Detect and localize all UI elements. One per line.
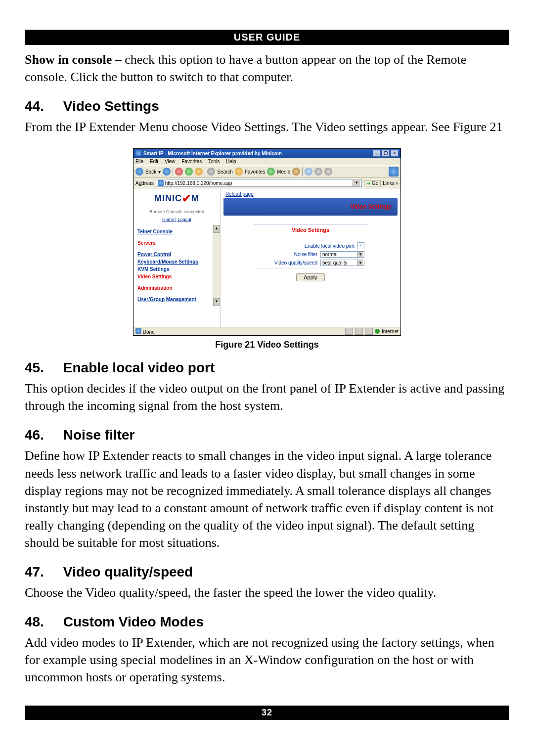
menu-tools[interactable]: Tools — [208, 159, 220, 164]
sidebar: MINIC✔M Remote Console connected Home | … — [134, 188, 221, 327]
sidebar-item-telnet[interactable]: Telnet Console — [137, 228, 218, 235]
intro-paragraph: Show in console – check this option to h… — [25, 51, 509, 86]
ie-title-text: Smart IP - Microsoft Internet Explorer p… — [143, 151, 282, 156]
main-area: Reload page Video Settings Video Setting… — [221, 188, 400, 327]
heading-44-num: 44. — [25, 98, 59, 114]
media-icon[interactable] — [267, 168, 275, 176]
status-box-3 — [365, 328, 373, 335]
ie-app-icon — [135, 150, 141, 156]
minimize-button[interactable]: _ — [373, 150, 381, 157]
maximize-button[interactable]: ▢ — [382, 150, 390, 157]
edit-icon[interactable] — [324, 168, 332, 176]
back-label[interactable]: Back — [145, 169, 156, 175]
address-url: http://192.168.0.220/home.asp — [165, 180, 232, 186]
reload-link[interactable]: Reload page — [221, 188, 400, 198]
address-label: Address — [135, 180, 154, 186]
scroll-down-icon[interactable]: ▼ — [213, 298, 220, 306]
history-icon[interactable] — [292, 168, 300, 176]
stop-icon[interactable] — [175, 168, 183, 176]
menu-edit[interactable]: Edit — [150, 159, 158, 164]
footer-bar: 32 — [25, 706, 509, 720]
ie-throbber-icon — [389, 167, 399, 177]
status-page-icon — [135, 328, 141, 334]
scroll-up-icon[interactable]: ▲ — [213, 225, 220, 233]
address-dropdown-icon[interactable]: ▼ — [353, 180, 360, 186]
menu-view[interactable]: View — [165, 159, 176, 164]
noise-filter-label: Noise filter — [257, 252, 317, 257]
ie-menubar: File Edit View Favorites Tools Help — [134, 158, 400, 165]
status-left-text: Done — [143, 329, 155, 335]
sidebar-item-power[interactable]: Power Control — [137, 251, 218, 258]
logout-link[interactable]: Logout — [178, 217, 191, 222]
enable-local-video-checkbox[interactable]: ✓ — [357, 242, 364, 249]
heading-46-title: Noise filter — [63, 427, 135, 443]
search-icon[interactable] — [207, 168, 215, 176]
logo-text-b: M — [191, 193, 199, 203]
sidebar-item-kvm[interactable]: KVM Settings — [137, 266, 218, 273]
video-quality-select[interactable]: best quality — [320, 260, 364, 266]
menu-file[interactable]: File — [135, 159, 143, 164]
header-title: USER GUIDE — [234, 32, 300, 43]
forward-icon[interactable] — [163, 168, 171, 176]
sidebar-scrollbar[interactable]: ▲ ▼ — [213, 225, 220, 306]
mail-icon[interactable] — [305, 168, 312, 176]
sidebar-item-kbmouse[interactable]: Keyboard/Mouse Settings — [137, 258, 218, 266]
print-icon[interactable] — [314, 168, 322, 176]
favorites-label[interactable]: Favorites — [245, 169, 265, 175]
heading-45-title: Enable local video port — [63, 360, 215, 375]
sidebar-item-video[interactable]: Video Settings — [137, 273, 218, 280]
back-icon[interactable] — [135, 168, 143, 176]
video-settings-panel: Video Settings Enable local video port ✓… — [254, 224, 367, 286]
ie-statusbar: Done Internet — [134, 327, 400, 335]
body-47: Choose the Video quality/speed, the fast… — [25, 584, 509, 601]
apply-button[interactable]: Apply — [296, 273, 325, 281]
noise-filter-select[interactable]: normal — [320, 251, 364, 258]
sidebar-item-usergroup[interactable]: User/Group Management — [137, 296, 218, 303]
toolbar-sep-1 — [173, 167, 173, 176]
figure-21: Smart IP - Microsoft Internet Explorer p… — [25, 148, 509, 350]
home-link[interactable]: Home — [162, 217, 174, 222]
toolbar-sep-2 — [205, 167, 205, 176]
sidebar-item-servers[interactable]: Servers — [137, 239, 218, 247]
video-quality-label: Video quality/speed — [257, 260, 317, 266]
sidebar-item-admin[interactable]: Administration — [137, 284, 218, 292]
menu-favorites[interactable]: Favorites — [181, 159, 202, 164]
heading-48: 48. Custom Video Modes — [25, 614, 509, 630]
menu-help[interactable]: Help — [226, 159, 236, 164]
main-banner: Video Settings — [223, 198, 398, 216]
heading-47-num: 47. — [25, 564, 59, 580]
refresh-icon[interactable] — [185, 168, 193, 176]
search-label[interactable]: Search — [217, 169, 233, 175]
heading-48-num: 48. — [25, 614, 59, 630]
go-label: Go — [372, 180, 378, 186]
links-label[interactable]: Links » — [383, 180, 399, 186]
heading-45: 45. Enable local video port — [25, 360, 509, 376]
go-button[interactable]: ➔ Go — [364, 180, 381, 186]
ie-content: MINIC✔M Remote Console connected Home | … — [134, 188, 400, 327]
heading-47: 47. Video quality/speed — [25, 564, 509, 580]
home-icon[interactable] — [195, 168, 203, 176]
sidebar-list: Telnet Console Servers Power Control Key… — [134, 225, 220, 306]
favorites-icon[interactable] — [235, 168, 243, 176]
heading-44-title: Video Settings — [63, 98, 159, 114]
back-dropdown-icon[interactable]: ▾ — [158, 169, 161, 175]
heading-46: 46. Noise filter — [25, 427, 509, 443]
heading-46-num: 46. — [25, 427, 59, 443]
logo: MINIC✔M — [136, 192, 217, 205]
close-button[interactable]: × — [391, 150, 399, 157]
ie-window: Smart IP - Microsoft Internet Explorer p… — [133, 148, 401, 336]
address-input[interactable]: http://192.168.0.220/home.asp ▼ — [156, 179, 362, 187]
header-bar: USER GUIDE — [25, 30, 509, 45]
heading-45-num: 45. — [25, 360, 59, 376]
logo-mark-icon: ✔ — [182, 192, 191, 205]
status-box-2 — [355, 328, 363, 335]
enable-local-video-label: Enable local video port — [257, 243, 355, 249]
status-box-1 — [345, 328, 353, 335]
banner-title: Video Settings — [351, 203, 392, 210]
ie-titlebar: Smart IP - Microsoft Internet Explorer p… — [134, 149, 400, 158]
status-right-text: Internet — [382, 329, 399, 334]
page-icon — [158, 180, 164, 186]
media-label[interactable]: Media — [277, 169, 290, 175]
ie-toolbar: Back ▾ Search Favorites Media — [134, 165, 400, 178]
body-45: This option decides if the video output … — [25, 380, 509, 414]
